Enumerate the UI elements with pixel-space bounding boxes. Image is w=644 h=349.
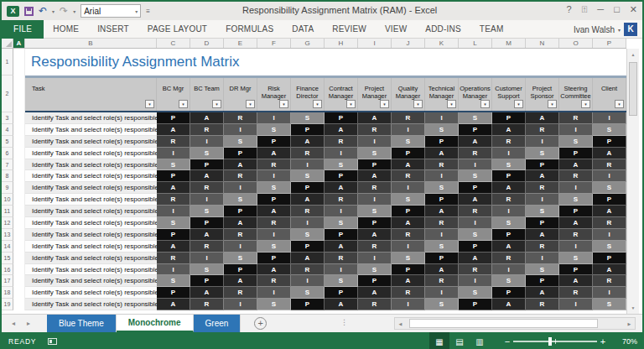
role-cell-a[interactable]: A <box>559 275 593 287</box>
role-cell-a[interactable]: A <box>325 241 358 253</box>
tab-splitter-handle[interactable]: ⋮ <box>340 318 348 326</box>
role-cell-i[interactable]: I <box>325 264 358 276</box>
page-break-view-button[interactable]: ▥ <box>470 332 490 349</box>
row-number-12[interactable]: 12 <box>2 217 13 229</box>
role-cell-s[interactable]: S <box>224 253 257 264</box>
role-cell-i[interactable]: I <box>392 299 425 310</box>
filter-dropdown-icon[interactable]: ▾ <box>145 100 154 108</box>
role-cell-s[interactable]: S <box>425 124 459 136</box>
role-cell-r[interactable]: R <box>559 112 593 124</box>
role-cell-r[interactable]: R <box>358 241 392 253</box>
row-number-11[interactable]: 11 <box>2 206 13 217</box>
filter-dropdown-icon[interactable]: ▾ <box>581 100 590 108</box>
role-cell-r[interactable]: R <box>392 112 425 124</box>
ribbon-display-options-button[interactable]: ⍐ <box>582 4 588 15</box>
user-avatar[interactable]: K <box>624 23 637 36</box>
task-cell[interactable]: Identify Task and select role(s) respons… <box>25 159 157 171</box>
column-header-E[interactable]: E <box>224 39 257 48</box>
role-cell-s[interactable]: S <box>593 299 626 310</box>
role-cell-s[interactable]: S <box>157 275 190 287</box>
role-cell-a[interactable]: A <box>492 182 526 194</box>
role-cell-p[interactable]: P <box>459 241 492 253</box>
role-cell-p[interactable]: P <box>459 299 492 310</box>
row-number-8[interactable]: 8 <box>2 170 13 182</box>
role-cell-r[interactable]: R <box>358 299 392 310</box>
role-cell-i[interactable]: I <box>291 217 325 229</box>
filter-dropdown-icon[interactable]: ▾ <box>346 100 356 108</box>
role-cell-p[interactable]: P <box>392 206 425 217</box>
role-cell-i[interactable]: I <box>224 124 257 136</box>
role-cell-a[interactable]: A <box>358 170 392 182</box>
role-cell-r[interactable]: R <box>190 182 224 194</box>
filter-dropdown-icon[interactable]: ▾ <box>514 100 523 108</box>
role-cell-s[interactable]: S <box>593 241 626 253</box>
zoom-in-button[interactable]: + <box>597 336 609 346</box>
role-cell-r[interactable]: R <box>325 253 358 264</box>
row-number-4[interactable]: 4 <box>2 124 13 136</box>
horizontal-scrollbar[interactable]: ◀ ▶ <box>394 317 636 330</box>
worksheet-title-row[interactable]: Responsibility Assignment Matrix <box>25 49 626 76</box>
role-cell-i[interactable]: I <box>425 229 459 241</box>
role-cell-r[interactable]: R <box>392 170 425 182</box>
role-cell-s[interactable]: S <box>291 229 325 241</box>
customize-qat-icon[interactable]: ≡ <box>146 8 150 15</box>
save-icon[interactable] <box>24 7 34 16</box>
matrix-header-bc-mgr[interactable]: BC Mgr▾ <box>157 78 190 111</box>
matrix-header-task[interactable]: Task▾ <box>25 78 157 111</box>
role-cell-a[interactable]: A <box>425 206 459 217</box>
role-cell-i[interactable]: I <box>392 182 425 194</box>
minimize-button[interactable]: ─ <box>597 4 604 15</box>
role-cell-a[interactable]: A <box>224 275 257 287</box>
role-cell-a[interactable]: A <box>291 194 325 206</box>
filter-dropdown-icon[interactable]: ▾ <box>615 100 624 108</box>
role-cell-s[interactable]: S <box>425 182 459 194</box>
role-cell-r[interactable]: R <box>492 253 526 264</box>
undo-dropdown-icon[interactable]: ▾ <box>52 8 55 14</box>
sheet-nav-left-icon[interactable]: ◂ <box>12 320 15 327</box>
role-cell-r[interactable]: R <box>224 112 257 124</box>
role-cell-s[interactable]: S <box>526 148 559 159</box>
row-number-9[interactable]: 9 <box>2 182 13 194</box>
role-cell-p[interactable]: P <box>358 217 392 229</box>
role-cell-p[interactable]: P <box>459 124 492 136</box>
filter-dropdown-icon[interactable]: ▾ <box>548 100 557 108</box>
row-number-6[interactable]: 6 <box>2 148 13 159</box>
role-cell-s[interactable]: S <box>358 148 392 159</box>
role-cell-i[interactable]: I <box>157 206 190 217</box>
role-cell-s[interactable]: S <box>358 264 392 276</box>
sheet-tab-monochrome[interactable]: Monochrome <box>117 315 194 332</box>
ribbon-tab-file[interactable]: FILE <box>2 20 44 39</box>
column-header-A[interactable]: A <box>13 39 25 48</box>
ribbon-tab-team[interactable]: TEAM <box>470 20 513 39</box>
column-header-C[interactable]: C <box>157 39 190 48</box>
normal-view-button[interactable]: ▦ <box>429 332 449 349</box>
row-number-2[interactable]: 2 <box>2 76 13 112</box>
role-cell-i[interactable]: I <box>425 170 459 182</box>
maximize-button[interactable]: □ <box>614 4 620 15</box>
task-cell[interactable]: Identify Task and select role(s) respons… <box>25 124 157 136</box>
role-cell-i[interactable]: I <box>224 241 257 253</box>
role-cell-i[interactable]: I <box>157 148 190 159</box>
role-cell-a[interactable]: A <box>190 112 224 124</box>
role-cell-s[interactable]: S <box>593 182 626 194</box>
ribbon-tab-data[interactable]: DATA <box>283 20 323 39</box>
role-cell-r[interactable]: R <box>224 229 257 241</box>
matrix-header-bc-team[interactable]: BC Team▾ <box>190 78 224 111</box>
row-number-5[interactable]: 5 <box>2 136 13 148</box>
role-cell-r[interactable]: R <box>526 241 559 253</box>
column-header-P[interactable]: P <box>593 39 626 48</box>
role-cell-i[interactable]: I <box>459 217 492 229</box>
role-cell-p[interactable]: P <box>257 136 291 148</box>
matrix-header-dr-mgr[interactable]: DR Mgr▾ <box>224 78 257 111</box>
column-header-B[interactable]: B <box>25 39 157 48</box>
matrix-header-quality-manager[interactable]: Quality Manager▾ <box>392 78 425 111</box>
macro-record-icon[interactable] <box>48 338 57 345</box>
role-cell-r[interactable]: R <box>559 229 593 241</box>
row-number-3[interactable]: 3 <box>2 112 13 124</box>
role-cell-s[interactable]: S <box>459 229 492 241</box>
task-cell[interactable]: Identify Task and select role(s) respons… <box>25 299 157 310</box>
column-header-I[interactable]: I <box>358 39 392 48</box>
role-cell-r[interactable]: R <box>325 136 358 148</box>
role-cell-s[interactable]: S <box>492 275 526 287</box>
role-cell-i[interactable]: I <box>190 194 224 206</box>
